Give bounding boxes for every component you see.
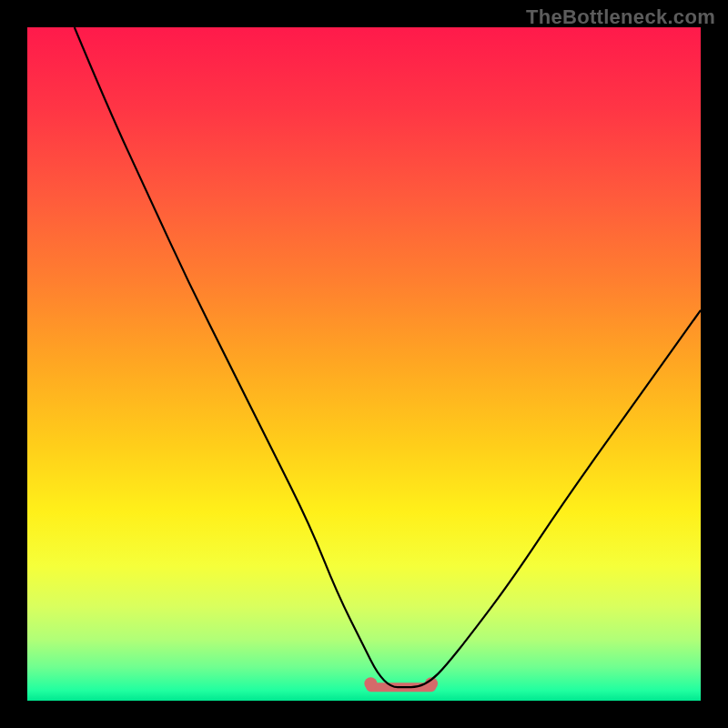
chart-container: TheBottleneck.com (0, 0, 728, 728)
watermark-label: TheBottleneck.com (526, 5, 715, 29)
bottleneck-chart (27, 27, 701, 701)
svg-point-0 (364, 677, 377, 690)
plot-area (27, 27, 701, 701)
gradient-background (27, 27, 701, 701)
